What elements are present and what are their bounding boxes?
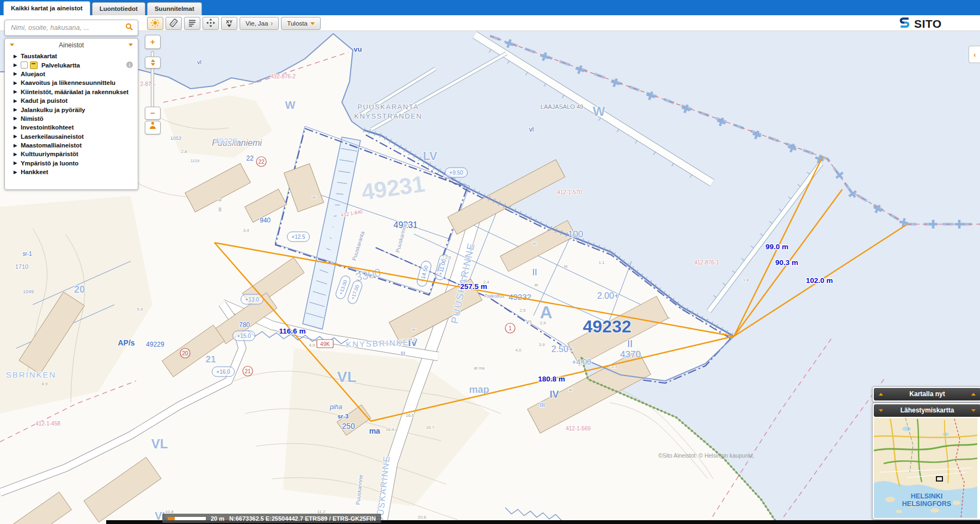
tab-1[interactable]: Luontotiedot bbox=[92, 2, 145, 15]
svg-text:49K: 49K bbox=[320, 341, 330, 347]
chevron-right-icon: › bbox=[271, 20, 273, 27]
svg-text:vl: vl bbox=[197, 59, 201, 65]
svg-text:kt: kt bbox=[564, 264, 568, 269]
svg-text:22: 22 bbox=[246, 155, 254, 162]
pan-icon bbox=[206, 19, 215, 28]
expand-triangle-icon[interactable]: ▶ bbox=[14, 143, 21, 148]
search-icon[interactable] bbox=[125, 23, 133, 33]
pan-button[interactable] bbox=[203, 17, 219, 30]
layer-item-10[interactable]: ▶Maastomalliaineistot bbox=[5, 141, 138, 150]
brightness-button[interactable] bbox=[147, 17, 163, 30]
measure-button[interactable] bbox=[166, 17, 182, 30]
expand-triangle-icon[interactable]: ▶ bbox=[14, 170, 21, 175]
export-share-button[interactable]: Vie, Jaa › bbox=[240, 17, 279, 30]
expand-triangle-icon[interactable]: ▶ bbox=[14, 98, 21, 103]
layer-item-12[interactable]: ▶Ympäristö ja luonto bbox=[5, 159, 138, 168]
collapse-panel-button[interactable]: ‹ bbox=[969, 46, 980, 63]
layer-item-9[interactable]: ▶Laserkeilausaineistot bbox=[5, 132, 138, 141]
list-button[interactable] bbox=[184, 17, 200, 30]
kartalla-nyt-header[interactable]: Kartalla nyt bbox=[874, 388, 980, 400]
chevron-up-icon[interactable] bbox=[879, 393, 883, 396]
svg-text:1: 1 bbox=[509, 325, 512, 331]
overview-map-panel: Lähestymiskartta HELSINKI HELSINGFORS bbox=[872, 403, 980, 520]
svg-text:HELSINKI: HELSINKI bbox=[911, 492, 942, 500]
info-icon[interactable]: i bbox=[126, 61, 133, 68]
svg-text:412-1-458: 412-1-458 bbox=[35, 421, 60, 427]
svg-text:8,9: 8,9 bbox=[41, 381, 48, 386]
layer-item-0[interactable]: ▶Taustakartat bbox=[5, 52, 138, 60]
map-canvas[interactable]: 222112049KvuvlWWvlPUUSKARANTAKNYSSTRANDE… bbox=[0, 30, 980, 524]
tab-0[interactable]: Kaikki kartat ja aineistot bbox=[3, 1, 90, 15]
expand-triangle-icon[interactable]: ▶ bbox=[14, 107, 21, 112]
layer-label: Laserkeilausaineistot bbox=[21, 133, 84, 140]
map-badge-icon bbox=[30, 61, 38, 69]
overview-map-header[interactable]: Lähestymiskartta bbox=[874, 404, 980, 417]
sito-logo: SITO bbox=[898, 16, 942, 32]
svg-text:sr-1: sr-1 bbox=[22, 251, 32, 257]
svg-text:20: 20 bbox=[74, 284, 85, 295]
expand-triangle-icon[interactable]: ▶ bbox=[14, 71, 21, 76]
layer-item-7[interactable]: ▶Nimistö bbox=[5, 114, 138, 123]
chevron-down-icon[interactable] bbox=[879, 409, 883, 412]
layer-item-4[interactable]: ▶Kiinteistöt, määräalat ja rakennukset bbox=[5, 88, 138, 96]
svg-text:+15.0: +15.0 bbox=[237, 333, 251, 339]
svg-text:20,6: 20,6 bbox=[418, 515, 426, 520]
chevron-down-icon[interactable] bbox=[971, 409, 976, 412]
layer-item-6[interactable]: ▶Jalankulku ja pyöräily bbox=[5, 105, 138, 114]
xy-coordinates-button[interactable]: XY bbox=[221, 17, 237, 30]
layer-checkbox[interactable] bbox=[21, 61, 28, 69]
layer-item-8[interactable]: ▶Investointikohteet bbox=[5, 123, 138, 132]
locate-me-button[interactable] bbox=[145, 121, 161, 134]
zoom-slider-handle[interactable] bbox=[145, 57, 161, 69]
expand-triangle-icon[interactable]: ▶ bbox=[14, 116, 21, 121]
svg-text:780: 780 bbox=[239, 321, 250, 329]
overview-map[interactable]: HELSINKI HELSINGFORS bbox=[874, 418, 977, 518]
zoom-in-button[interactable]: + bbox=[145, 35, 161, 49]
svg-text:100: 100 bbox=[568, 229, 583, 239]
layer-item-3[interactable]: ▶Kaavoitus ja liikennesuunnittelu bbox=[5, 78, 138, 87]
layer-item-1[interactable]: ▶Palvelukarttai bbox=[5, 60, 138, 69]
expand-triangle-icon[interactable]: ▶ bbox=[14, 125, 21, 130]
svg-text:412-1-570: 412-1-570 bbox=[557, 189, 582, 195]
expand-triangle-icon[interactable]: ▶ bbox=[14, 161, 21, 165]
layer-item-11[interactable]: ▶Kulttuuriympäristöt bbox=[5, 150, 138, 158]
svg-text:AP/s: AP/s bbox=[118, 338, 134, 347]
svg-text:49229: 49229 bbox=[146, 341, 164, 348]
layer-label: Investointikohteet bbox=[21, 124, 74, 131]
layers-panel-title: Aineistot bbox=[5, 41, 138, 49]
expand-triangle-icon[interactable]: ▶ bbox=[14, 63, 21, 67]
svg-text:VL: VL bbox=[337, 368, 357, 385]
svg-text:2,9: 2,9 bbox=[540, 320, 546, 325]
svg-text:16,6: 16,6 bbox=[406, 413, 414, 418]
print-button[interactable]: Tulosta bbox=[281, 17, 320, 30]
chevron-up-icon[interactable] bbox=[971, 393, 976, 396]
tab-2[interactable]: Suunnitelmat bbox=[147, 2, 202, 15]
list-icon bbox=[188, 19, 197, 28]
svg-text:II: II bbox=[218, 207, 222, 213]
expand-triangle-icon[interactable]: ▶ bbox=[14, 81, 21, 85]
layer-item-13[interactable]: ▶Hankkeet bbox=[5, 168, 138, 176]
svg-text:5,9: 5,9 bbox=[137, 307, 143, 312]
svg-text:SBRINKEN: SBRINKEN bbox=[6, 370, 57, 379]
svg-text:W: W bbox=[285, 99, 296, 111]
expand-triangle-icon[interactable]: ▶ bbox=[14, 134, 21, 139]
svg-text:4,0: 4,0 bbox=[515, 348, 522, 353]
search-input[interactable] bbox=[10, 23, 120, 32]
svg-text:©Sito Aineistot: © Helsingin k: ©Sito Aineistot: © Helsingin kaupunki, bbox=[658, 452, 754, 459]
layer-label: Ympäristö ja luonto bbox=[21, 160, 78, 167]
svg-text:KNYSSTRANDEN: KNYSSTRANDEN bbox=[354, 112, 422, 120]
svg-text:ar: ar bbox=[568, 387, 572, 392]
expand-triangle-icon[interactable]: ▶ bbox=[14, 152, 21, 157]
svg-text:+12.5: +12.5 bbox=[291, 234, 305, 240]
layer-item-2[interactable]: ▶Aluejaot bbox=[5, 70, 138, 78]
layers-panel-header[interactable]: Aineistot bbox=[5, 39, 138, 52]
layer-item-5[interactable]: ▶Kadut ja puistot bbox=[5, 96, 138, 105]
chevron-down-icon[interactable] bbox=[128, 44, 133, 46]
expand-triangle-icon[interactable]: ▶ bbox=[14, 89, 21, 94]
svg-text:LAAJASALO 49: LAAJASALO 49 bbox=[541, 103, 583, 110]
svg-text:49228: 49228 bbox=[215, 136, 237, 145]
svg-text:A: A bbox=[540, 303, 552, 322]
svg-text:102.0 m: 102.0 m bbox=[806, 276, 833, 285]
expand-triangle-icon[interactable]: ▶ bbox=[14, 54, 21, 59]
zoom-out-button[interactable]: − bbox=[145, 107, 161, 120]
